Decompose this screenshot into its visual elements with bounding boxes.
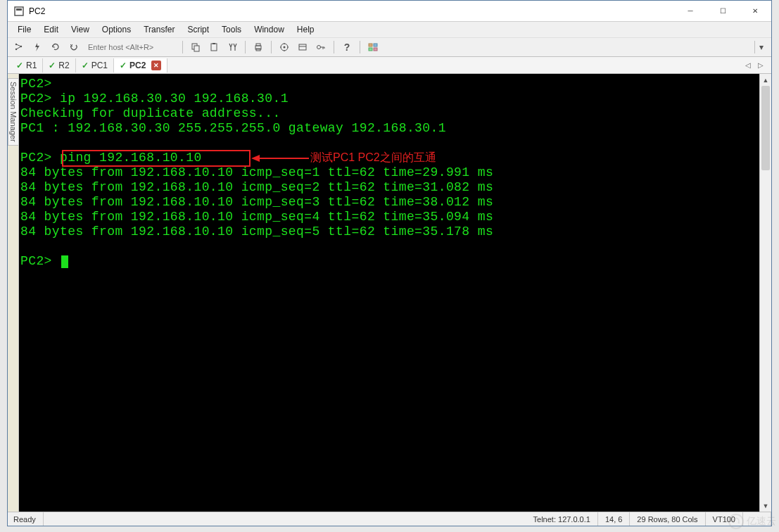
svg-rect-19 [369, 48, 372, 51]
check-icon: ✓ [82, 61, 89, 70]
app-icon [13, 6, 25, 17]
status-cursor-pos: 14, 6 [598, 512, 630, 526]
tab-prev-icon[interactable]: ◁ [743, 60, 753, 70]
tab-next-icon[interactable]: ▷ [756, 60, 766, 70]
toolbar-copy-icon[interactable] [189, 40, 203, 54]
svg-rect-0 [15, 7, 23, 15]
toolbar-paste-icon[interactable] [207, 40, 221, 54]
toolbar-options-icon[interactable] [296, 40, 310, 54]
watermark: 亿速云 [728, 514, 776, 529]
watermark-icon [728, 514, 744, 529]
toolbar-dropdown-icon[interactable]: ▾ [754, 41, 767, 53]
menu-view[interactable]: View [65, 23, 95, 36]
svg-point-13 [284, 46, 286, 49]
minimize-button[interactable]: ─ [674, 1, 707, 21]
statusbar: Ready Telnet: 127.0.0.1 14, 6 29 Rows, 8… [8, 512, 771, 526]
toolbar-sessions-icon[interactable] [366, 40, 380, 54]
vertical-scrollbar[interactable]: ▲ ▼ [759, 74, 771, 512]
toolbar-quick-connect-icon[interactable] [30, 40, 44, 54]
tab-close-icon[interactable]: ✕ [151, 61, 161, 70]
annotation-box [62, 150, 251, 167]
tab-label: R2 [58, 61, 69, 70]
window-title: PC2 [29, 6, 674, 16]
scroll-thumb[interactable] [761, 86, 770, 170]
toolbar-separator [334, 41, 334, 53]
menu-help[interactable]: Help [291, 23, 320, 36]
svg-rect-20 [374, 48, 377, 51]
status-dimensions: 29 Rows, 80 Cols [630, 512, 705, 526]
annotation-arrow-icon [251, 155, 260, 162]
menu-edit[interactable]: Edit [38, 23, 64, 36]
menu-script[interactable]: Script [182, 23, 215, 36]
toolbar: ? ▾ [8, 37, 771, 57]
host-input[interactable] [85, 40, 177, 54]
menu-options[interactable]: Options [96, 23, 137, 36]
annotation-arrow-line [260, 158, 309, 159]
scroll-track[interactable] [760, 86, 771, 500]
toolbar-separator [182, 41, 183, 53]
toolbar-separator [245, 41, 246, 53]
tab-label: PC1 [91, 61, 108, 70]
tab-pc2[interactable]: ✓PC2✕ [114, 58, 167, 72]
svg-rect-7 [211, 44, 217, 51]
tabbar: ✓R1 ✓R2 ✓PC1 ✓PC2✕ ◁ ▷ [8, 57, 771, 74]
window-controls: ─ ☐ ✕ [674, 1, 771, 21]
session-manager-sidebar[interactable]: Session Manager [8, 74, 19, 512]
menu-window[interactable]: Window [248, 23, 290, 36]
toolbar-find-icon[interactable] [225, 40, 239, 54]
toolbar-disconnect-icon[interactable] [67, 40, 81, 54]
scroll-up-icon[interactable]: ▲ [760, 74, 771, 86]
svg-rect-17 [369, 44, 372, 46]
scroll-down-icon[interactable]: ▼ [760, 500, 771, 512]
menu-transfer[interactable]: Transfer [138, 23, 180, 36]
close-button[interactable]: ✕ [739, 1, 771, 21]
menu-tools[interactable]: Tools [216, 23, 247, 36]
toolbar-separator [360, 41, 360, 53]
svg-rect-10 [256, 44, 260, 46]
tab-r1[interactable]: ✓R1 [11, 58, 43, 72]
svg-rect-18 [374, 44, 377, 46]
main-area: Session Manager PC2> PC2> ip 192.168.30.… [8, 74, 771, 512]
terminal-pane[interactable]: PC2> PC2> ip 192.168.30.30 192.168.30.1 … [19, 74, 771, 512]
menubar: File Edit View Options Transfer Script T… [8, 22, 771, 37]
tab-nav: ◁ ▷ [743, 60, 768, 70]
check-icon: ✓ [120, 61, 127, 70]
toolbar-print-icon[interactable] [251, 40, 265, 54]
svg-point-16 [317, 46, 321, 49]
tab-pc1[interactable]: ✓PC1 [76, 58, 114, 72]
toolbar-properties-icon[interactable] [277, 40, 291, 54]
svg-rect-8 [213, 43, 215, 44]
sidebar-label: Session Manager [8, 78, 18, 146]
watermark-text: 亿速云 [747, 515, 776, 528]
status-connection: Telnet: 127.0.0.1 [526, 512, 598, 526]
svg-point-21 [738, 522, 740, 524]
toolbar-key-icon[interactable] [314, 40, 328, 54]
annotation-text: 测试PC1 PC2之间的互通 [310, 151, 436, 165]
toolbar-tree-icon[interactable] [12, 40, 26, 54]
toolbar-help-icon[interactable]: ? [340, 40, 354, 54]
menu-file[interactable]: File [12, 23, 37, 36]
svg-rect-6 [194, 46, 199, 51]
status-ready: Ready [8, 512, 44, 526]
check-icon: ✓ [49, 61, 56, 70]
toolbar-reconnect-icon[interactable] [49, 40, 63, 54]
check-icon: ✓ [16, 61, 23, 70]
tab-r2[interactable]: ✓R2 [43, 58, 75, 72]
svg-rect-14 [299, 44, 306, 50]
terminal-output: PC2> PC2> ip 192.168.30.30 192.168.30.1 … [19, 74, 771, 512]
toolbar-separator [271, 41, 272, 53]
titlebar: PC2 ─ ☐ ✕ [8, 1, 771, 22]
app-window: PC2 ─ ☐ ✕ File Edit View Options Transfe… [7, 0, 772, 526]
maximize-button[interactable]: ☐ [707, 1, 739, 21]
tab-label: PC2 [129, 61, 146, 70]
svg-rect-1 [16, 8, 22, 11]
tab-label: R1 [26, 61, 37, 70]
